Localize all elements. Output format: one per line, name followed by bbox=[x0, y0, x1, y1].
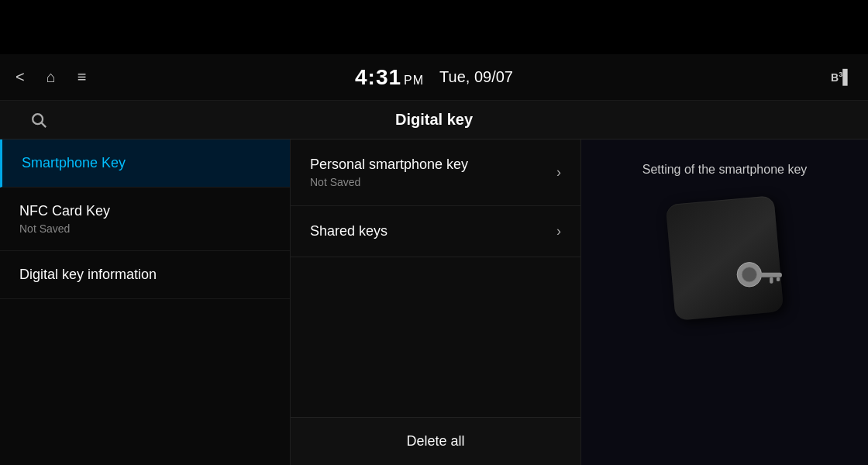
sidebar-item-digital-key-info[interactable]: Digital key information bbox=[0, 251, 290, 299]
middle-spacer bbox=[291, 257, 580, 417]
header-center: 4:31PM Tue, 09/07 bbox=[355, 65, 513, 90]
right-panel-title: Setting of the smartphone key bbox=[642, 163, 808, 177]
phone-key-illustration bbox=[655, 200, 794, 324]
personal-smartphone-key-title: Personal smartphone key bbox=[310, 157, 468, 173]
page-title: Digital key bbox=[12, 111, 856, 129]
signal-icon: B3▌ bbox=[831, 69, 852, 85]
header-nav: < ⌂ ≡ bbox=[16, 68, 86, 86]
top-black-bar bbox=[0, 0, 868, 54]
menu-button[interactable]: ≡ bbox=[78, 68, 87, 86]
sidebar-item-smartphone-key[interactable]: Smartphone Key bbox=[0, 140, 290, 188]
left-panel: Smartphone Key NFC Card Key Not Saved Di… bbox=[0, 140, 291, 465]
search-bar: Digital key bbox=[0, 101, 868, 140]
main-content: Smartphone Key NFC Card Key Not Saved Di… bbox=[0, 140, 868, 465]
key-icon bbox=[732, 254, 787, 308]
right-panel: Setting of the smartphone key bbox=[581, 140, 868, 465]
personal-smartphone-key-chevron: › bbox=[556, 164, 561, 181]
shared-keys-content: Shared keys bbox=[310, 223, 388, 239]
sidebar-item-nfc-card-key-label: NFC Card Key bbox=[19, 203, 270, 219]
home-button[interactable]: ⌂ bbox=[46, 68, 56, 86]
middle-panel: Personal smartphone key Not Saved › Shar… bbox=[291, 140, 581, 465]
personal-smartphone-key-content: Personal smartphone key Not Saved bbox=[310, 157, 468, 188]
back-button[interactable]: < bbox=[16, 68, 25, 86]
header-bar: < ⌂ ≡ 4:31PM Tue, 09/07 B3▌ bbox=[0, 54, 868, 101]
ampm-value: PM bbox=[404, 74, 424, 87]
svg-rect-5 bbox=[770, 277, 773, 284]
time-value: 4:31 bbox=[355, 65, 401, 89]
header-right: B3▌ bbox=[831, 69, 852, 85]
personal-smartphone-key-subtitle: Not Saved bbox=[310, 176, 468, 188]
time-display: 4:31PM bbox=[355, 65, 424, 90]
sidebar-item-smartphone-key-label: Smartphone Key bbox=[22, 155, 270, 171]
svg-rect-6 bbox=[777, 277, 780, 281]
date-display: Tue, 09/07 bbox=[439, 68, 513, 86]
sidebar-item-nfc-card-key[interactable]: NFC Card Key Not Saved bbox=[0, 188, 290, 251]
shared-keys-item[interactable]: Shared keys › bbox=[291, 206, 580, 257]
shared-keys-title: Shared keys bbox=[310, 223, 388, 239]
personal-smartphone-key-item[interactable]: Personal smartphone key Not Saved › bbox=[291, 140, 580, 206]
sidebar-item-digital-key-info-label: Digital key information bbox=[19, 267, 270, 283]
sidebar-item-nfc-card-key-subtitle: Not Saved bbox=[19, 222, 270, 235]
svg-point-3 bbox=[742, 267, 756, 282]
shared-keys-chevron: › bbox=[556, 223, 561, 239]
svg-rect-4 bbox=[758, 273, 782, 277]
delete-all-button[interactable]: Delete all bbox=[291, 417, 580, 465]
